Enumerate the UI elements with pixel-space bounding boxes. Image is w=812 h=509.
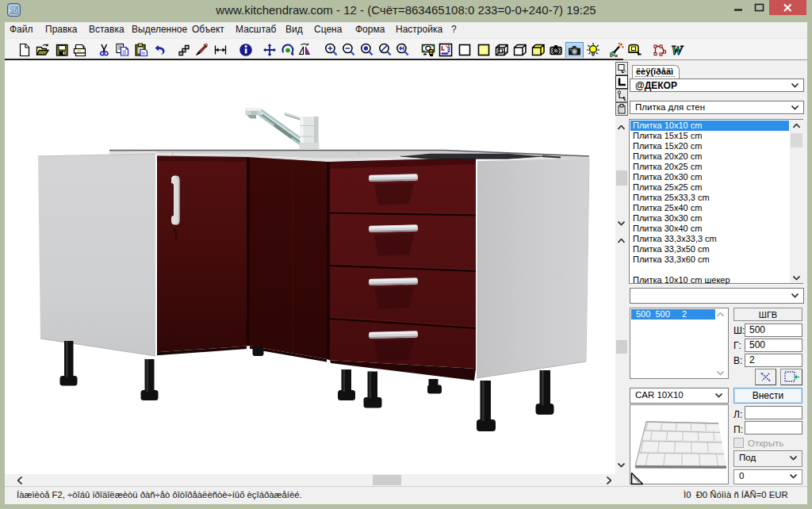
svg-text:KD: KD: [9, 7, 18, 14]
svg-text:W: W: [671, 43, 684, 58]
